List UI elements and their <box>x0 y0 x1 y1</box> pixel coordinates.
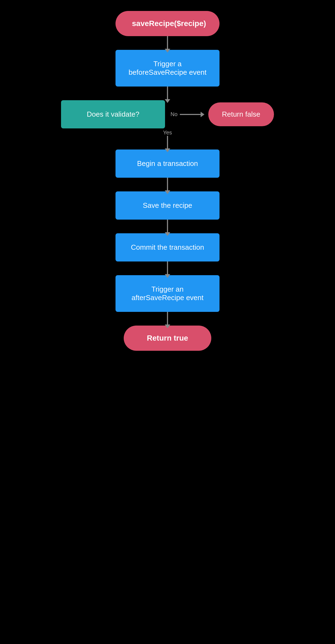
begin-transaction-label: Begin a transaction <box>137 159 198 168</box>
arrow-6 <box>167 261 168 275</box>
begin-transaction-node: Begin a transaction <box>115 150 220 178</box>
save-recipe-label: Save the recipe <box>143 201 192 209</box>
no-label: No <box>171 111 178 117</box>
start-node: saveRecipe($recipe) <box>115 11 220 36</box>
commit-transaction-node: Commit the transaction <box>115 233 220 261</box>
arrow-5 <box>167 220 168 233</box>
return-true-label: Return true <box>147 334 188 342</box>
start-label: saveRecipe($recipe) <box>132 19 206 28</box>
flowchart: saveRecipe($recipe) Trigger abeforeSaveR… <box>58 11 277 351</box>
trigger-after-label: Trigger anafterSaveRecipe event <box>131 285 203 302</box>
return-true-node: Return true <box>124 326 211 351</box>
return-false-label: Return false <box>222 110 260 118</box>
trigger-after-node: Trigger anafterSaveRecipe event <box>115 275 220 312</box>
arrow-3 <box>167 136 168 150</box>
arrow-4 <box>167 178 168 191</box>
no-label-container: No <box>171 111 202 117</box>
trigger-before-node: Trigger abeforeSaveRecipe event <box>115 50 220 87</box>
no-branch: No Return false <box>171 102 274 126</box>
validate-label: Does it validate? <box>87 110 139 118</box>
save-recipe-node: Save the recipe <box>115 191 220 220</box>
arrow-7 <box>167 312 168 326</box>
no-arrow-line <box>180 114 202 115</box>
return-false-node: Return false <box>208 102 274 126</box>
yes-arrow-container: Yes <box>163 128 172 150</box>
trigger-before-label: Trigger abeforeSaveRecipe event <box>129 60 207 76</box>
yes-label: Yes <box>163 130 172 136</box>
arrow-2 <box>167 87 168 100</box>
arrow-1 <box>167 36 168 50</box>
commit-transaction-label: Commit the transaction <box>131 243 204 251</box>
decision-row: Does it validate? No Return false <box>58 100 277 128</box>
validate-decision: Does it validate? <box>61 100 165 128</box>
